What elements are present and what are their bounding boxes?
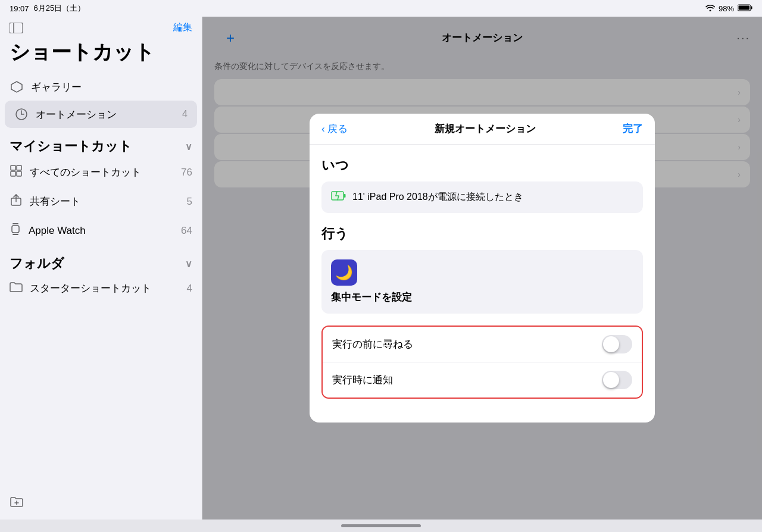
all-shortcuts-badge: 76 [181,167,192,179]
trigger-text: 11' iPad Pro 2018が電源に接続したとき [352,191,523,204]
add-folder-button[interactable] [10,495,24,512]
svg-rect-20 [344,194,346,198]
gallery-label: ギャラリー [31,80,192,94]
sidebar-item-starter[interactable]: スターターショートカット 4 [0,275,202,302]
shared-label: 共有シート [30,195,180,208]
action-label: 集中モードを設定 [331,290,633,304]
sidebar-item-gallery[interactable]: ギャラリー [0,73,202,101]
shared-icon [10,193,23,209]
shared-badge: 5 [187,196,192,208]
my-shortcuts-section: マイショートカット ∨ [0,128,202,158]
modal-body: いつ 11' iPad Pro 2018が電源に接続したとき [310,145,655,423]
folders-chevron[interactable]: ∨ [185,258,192,270]
svg-rect-2 [739,5,750,10]
status-bar-right: 98% [705,4,752,13]
toggle-row-notify: 実行時に通知 [323,362,642,398]
my-shortcuts-chevron[interactable]: ∨ [185,141,192,152]
modal-header: ‹ 戻る 新規オートメーション 完了 [310,114,655,145]
status-date: 6月25日（土） [34,3,86,14]
notify-toggle[interactable] [602,371,632,389]
automation-badge: 4 [182,109,188,120]
status-time: 19:07 [10,4,29,13]
modal-title: 新規オートメーション [435,122,536,136]
ask-toggle[interactable] [602,335,632,353]
sidebar-item-apple-watch[interactable]: Apple Watch 64 [0,216,202,245]
my-shortcuts-label: マイショートカット [10,137,132,155]
automation-label: オートメーション [36,108,175,121]
sidebar-title: ショートカット [0,36,202,73]
main-content: + オートメーション ··· 条件の変化に対してデバイスを反応させます。 › ›… [202,17,762,520]
notify-label: 実行時に通知 [332,373,393,387]
action-icon-wrap: 🌙 [331,259,357,286]
battery-icon [738,4,752,13]
svg-rect-3 [10,23,23,33]
ask-label: 実行の前に尋ねる [332,337,413,351]
svg-rect-8 [11,165,15,170]
back-label: 戻る [327,122,348,136]
modal-done-button[interactable]: 完了 [623,122,643,136]
folders-section: フォルダ ∨ [0,245,202,275]
apple-watch-label: Apple Watch [29,225,174,237]
modal-back-button[interactable]: ‹ 戻る [321,122,348,136]
folder-icon [10,281,23,295]
trigger-card[interactable]: 11' iPad Pro 2018が電源に接続したとき [321,181,643,213]
svg-rect-10 [11,171,15,176]
chevron-left-icon: ‹ [321,123,325,135]
trigger-icon [331,190,346,205]
sidebar-item-all-shortcuts[interactable]: すべてのショートカット 76 [0,158,202,187]
starter-label: スターターショートカット [30,281,180,295]
apple-watch-icon [10,223,21,239]
modal-overlay: ‹ 戻る 新規オートメーション 完了 いつ [202,17,762,520]
sidebar-edit-button[interactable]: 編集 [173,21,192,34]
folders-label: フォルダ [10,255,64,273]
all-shortcuts-icon [10,164,23,180]
svg-rect-14 [12,226,19,233]
action-icon: 🌙 [335,264,353,281]
apple-watch-badge: 64 [181,225,192,237]
starter-badge: 4 [187,283,192,295]
toggle-row-ask: 実行の前に尋ねる [323,327,642,362]
status-bar: 19:07 6月25日（土） 98% [0,0,762,17]
all-shortcuts-label: すべてのショートカット [30,165,174,179]
sidebar-header: 編集 [0,17,202,36]
modal: ‹ 戻る 新規オートメーション 完了 いつ [310,114,655,423]
sidebar-item-automation[interactable]: オートメーション 4 [5,101,197,128]
status-bar-left: 19:07 6月25日（土） [10,3,85,14]
svg-rect-9 [17,165,21,170]
sidebar-item-shared[interactable]: 共有シート 5 [0,187,202,216]
automation-icon [14,107,29,121]
svg-rect-1 [751,6,752,9]
gallery-icon [10,80,24,94]
sidebar-toggle-icon [10,23,23,33]
sidebar: 編集 ショートカット ギャラリー オート [0,17,202,520]
home-indicator [0,520,762,532]
sidebar-bottom [0,488,202,520]
wifi-icon [705,4,715,13]
action-card[interactable]: 🌙 集中モードを設定 [321,250,643,314]
do-section-title: 行う [321,225,643,243]
toggle-section: 実行の前に尋ねる 実行時に通知 [321,326,643,399]
when-section-title: いつ [321,157,643,174]
battery-percent: 98% [719,4,734,13]
sidebar-toggle-area [10,23,23,33]
home-bar [341,524,421,527]
app-container: 編集 ショートカット ギャラリー オート [0,17,762,520]
svg-rect-11 [17,171,21,176]
